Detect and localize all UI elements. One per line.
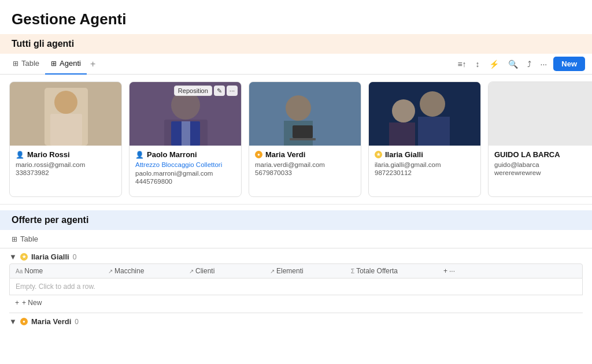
table-icon: ⊞ xyxy=(13,60,18,68)
new-row-plus-ilaria: + xyxy=(15,299,19,307)
new-row-label-ilaria: + New xyxy=(22,299,42,307)
badge-icon-3: ● xyxy=(255,151,262,158)
table-new-row-ilaria[interactable]: + + New xyxy=(9,295,583,310)
share-button[interactable]: ⤴ xyxy=(524,57,534,71)
tab-add-button[interactable]: + xyxy=(87,59,99,69)
agent-email-5: guido@labarca xyxy=(494,161,592,168)
agent-name-5: GUIDO LA BARCA xyxy=(494,150,592,159)
group-name-ilaria: Ilaria Gialli xyxy=(31,252,69,261)
svg-rect-15 xyxy=(293,125,313,138)
section-header-offerte: Offerte per agenti xyxy=(0,210,592,230)
agent-img-3 xyxy=(249,82,361,146)
tabs-bar-actions: ≡↑ ↕ ⚡ 🔍 ⤴ ··· New xyxy=(454,57,585,71)
agent-phone-1: 338373982 xyxy=(16,169,116,176)
col-nome: Aa Nome xyxy=(10,264,102,278)
agent-name-3: ● Maria Verdi xyxy=(255,150,355,159)
agent-img-4 xyxy=(369,82,480,146)
group-badge-maria: ● xyxy=(20,318,28,325)
group-badge-ilaria: ★ xyxy=(20,253,28,261)
col-nome-icon: Aa xyxy=(16,268,23,274)
section-tutti: Tutti gli agenti ⊞ Table ⊞ Agenti + ≡↑ ↕… xyxy=(0,34,592,204)
agent-card-body-3: ● Maria Verdi maria.verdi@gmail.com 5679… xyxy=(249,146,361,182)
person-icon-2: 👤 xyxy=(135,151,144,159)
agent-phone-3: 5679870033 xyxy=(255,169,355,176)
group-row-ilaria: ▼ ★ Ilaria Gialli 0 xyxy=(9,248,583,263)
group-count-ilaria: 0 xyxy=(73,253,77,261)
search-button[interactable]: 🔍 xyxy=(505,57,521,71)
group-arrow-maria[interactable]: ▼ xyxy=(9,317,17,326)
agent-phone-2: 4445769800 xyxy=(135,178,235,185)
agent-card-body-1: 👤 Mario Rossi mario.rossi@gmail.com 3383… xyxy=(10,146,121,182)
empty-text-ilaria: Empty. Click to add a row. xyxy=(16,283,95,291)
tabs-bar-tutti: ⊞ Table ⊞ Agenti + ≡↑ ↕ ⚡ 🔍 ⤴ ··· New xyxy=(0,54,592,75)
agent-card-3[interactable]: ● Maria Verdi maria.verdi@gmail.com 5679… xyxy=(249,81,361,197)
svg-rect-4 xyxy=(10,82,121,146)
agent-phone-5: wererewrewrew xyxy=(494,169,592,176)
agent-img-1 xyxy=(10,82,121,146)
table-tab-icon: ⊞ xyxy=(12,235,17,243)
person-icon-1: 👤 xyxy=(16,151,24,159)
agent-card-body-2: 👤 Paolo Marroni Attrezzo Bloccaggio Coll… xyxy=(130,146,241,191)
group-arrow-ilaria[interactable]: ▼ xyxy=(9,252,17,261)
agent-card-1[interactable]: 👤 Mario Rossi mario.rossi@gmail.com 3383… xyxy=(9,81,122,197)
svg-point-13 xyxy=(286,95,311,121)
page: Gestione Agenti Tutti gli agenti ⊞ Table… xyxy=(0,0,592,364)
agenti-icon: ⊞ xyxy=(51,60,57,68)
agent-email-3: maria.verdi@gmail.com xyxy=(255,161,355,168)
tab-agenti[interactable]: ⊞ Agenti xyxy=(45,54,87,75)
group-name-maria: Maria Verdi xyxy=(31,317,71,326)
filter-button[interactable]: ≡↑ xyxy=(454,57,469,71)
col-totale: Σ Totale Offerta xyxy=(345,264,438,278)
linked-table: ▼ ★ Ilaria Gialli 0 Aa Nome ↗ Macchine ↗… xyxy=(0,248,592,334)
agent-card-body-4: ★ Ilaria Gialli ilaria.gialli@gmail.com … xyxy=(369,146,480,182)
group-count-maria: 0 xyxy=(75,318,79,326)
tab-table[interactable]: ⊞ Table xyxy=(7,54,45,75)
table-tab-label: Table xyxy=(20,235,38,243)
col-more-icon: ··· xyxy=(449,267,455,275)
agent-card-2[interactable]: Reposition ✎ ··· 👤 Paolo Marroni Attrezz… xyxy=(129,81,242,197)
lightning-button[interactable]: ⚡ xyxy=(486,57,502,71)
section-header-tutti: Tutti gli agenti xyxy=(0,34,592,54)
svg-rect-16 xyxy=(290,138,316,140)
tab-agenti-label: Agenti xyxy=(60,59,81,68)
col-totale-icon: Σ xyxy=(351,268,354,274)
agent-email-4: ilaria.gialli@gmail.com xyxy=(375,161,475,168)
tab-table-label: Table xyxy=(21,59,39,68)
section-offerte: Offerte per agenti ⊞ Table ▼ ★ Ilaria Gi… xyxy=(0,210,592,334)
page-header: Gestione Agenti xyxy=(0,0,592,34)
agent-img-placeholder-5 xyxy=(489,82,592,146)
col-clienti: ↗ Clienti xyxy=(183,264,264,278)
agent-phone-4: 9872230112 xyxy=(375,169,475,176)
gallery-area: 👤 Mario Rossi mario.rossi@gmail.com 3383… xyxy=(0,75,592,204)
more-button[interactable]: ··· xyxy=(538,57,550,71)
col-macchine: ↗ Macchine xyxy=(102,264,183,278)
badge-icon-4: ★ xyxy=(375,151,382,158)
svg-point-19 xyxy=(420,91,445,117)
col-elementi-icon: ↗ xyxy=(270,268,275,274)
reposition-badge[interactable]: Reposition xyxy=(174,86,212,96)
svg-rect-20 xyxy=(418,117,450,146)
table-empty-row-ilaria[interactable]: Empty. Click to add a row. xyxy=(9,278,583,295)
svg-rect-22 xyxy=(389,122,415,146)
col-macchine-icon: ↗ xyxy=(108,268,113,274)
agent-card-body-5: GUIDO LA BARCA guido@labarca wererewrewr… xyxy=(489,146,592,182)
more-card-btn-2[interactable]: ··· xyxy=(227,86,238,96)
new-button[interactable]: New xyxy=(553,57,585,71)
col-clienti-icon: ↗ xyxy=(189,268,194,274)
agent-name-2: 👤 Paolo Marroni xyxy=(135,150,235,159)
col-add[interactable]: + ··· xyxy=(438,264,472,278)
agent-name-4: ★ Ilaria Gialli xyxy=(375,150,475,159)
sort-button[interactable]: ↕ xyxy=(473,57,483,71)
agent-tag-2: Attrezzo Bloccaggio Collettori xyxy=(135,161,235,168)
table-header-ilaria: Aa Nome ↗ Macchine ↗ Clienti ↗ Elementi … xyxy=(9,263,583,278)
agent-card-4[interactable]: ★ Ilaria Gialli ilaria.gialli@gmail.com … xyxy=(368,81,481,197)
table-tab[interactable]: ⊞ Table xyxy=(7,235,43,243)
col-elementi: ↗ Elementi xyxy=(264,264,345,278)
agent-name-1: 👤 Mario Rossi xyxy=(16,150,116,159)
group-row-maria: ▼ ● Maria Verdi 0 xyxy=(9,313,583,328)
agent-email-1: mario.rossi@gmail.com xyxy=(16,161,116,168)
agent-card-5[interactable]: GUIDO LA BARCA guido@labarca wererewrewr… xyxy=(488,81,592,197)
card-hover-btns-2: Reposition ✎ ··· xyxy=(174,86,238,96)
table-tabs-bar: ⊞ Table xyxy=(0,230,592,248)
edit-card-btn-2[interactable]: ✎ xyxy=(214,86,225,96)
